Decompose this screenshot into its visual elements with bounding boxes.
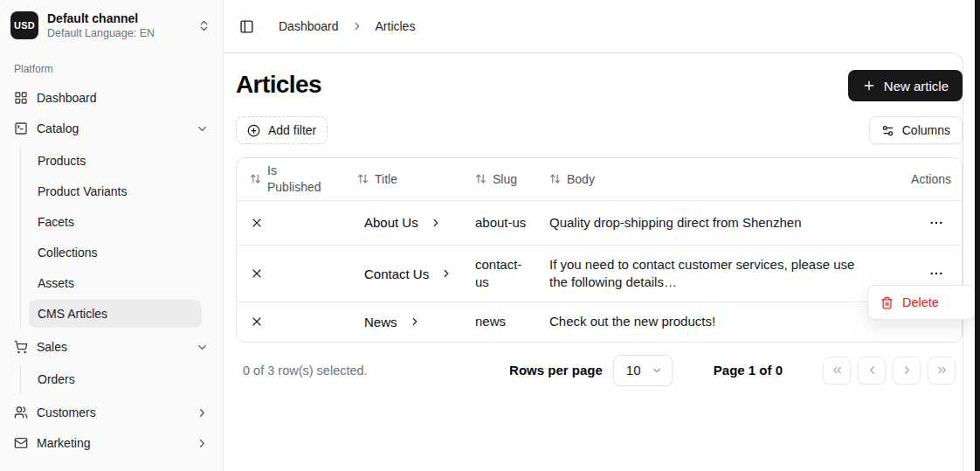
column-header-title[interactable]: Title [350,158,468,200]
sidebar-item-marketing[interactable]: Marketing [7,429,216,457]
breadcrumb: Dashboard Articles [279,19,415,33]
circle-plus-icon [247,124,260,137]
channel-language: Default Language: EN [47,26,189,40]
page-title: Articles [236,70,321,100]
sort-icon [475,173,487,184]
page-info: Page 1 of 0 [714,363,783,377]
row-actions-button[interactable] [923,211,949,234]
sidebar-item-label: Customers [37,405,187,419]
table-row: News news Check out the new products! [237,302,962,342]
sidebar-item-product-variants[interactable]: Product Variants [29,177,202,205]
previous-page-button[interactable] [858,357,886,384]
shopping-cart-icon [14,340,28,354]
dashboard-grid-icon [14,91,28,105]
add-filter-label: Add filter [268,123,316,137]
chevron-right-icon [196,437,209,450]
mail-icon [14,436,28,450]
sidebar-item-label: Marketing [37,436,187,450]
column-header-label: Body [567,172,595,186]
column-header-label: Is Published [267,163,323,196]
column-settings-icon [881,124,894,137]
table-toolbar: Add filter Columns [236,116,963,144]
sort-icon [549,173,561,184]
sidebar-item-label: Dashboard [37,91,209,105]
sidebar-toggle-icon[interactable] [239,19,254,34]
sidebar-item-cms-articles[interactable]: CMS Articles [29,300,202,328]
chevron-right-icon [351,20,363,32]
article-title-link[interactable]: About Us [357,215,461,230]
sidebar-item-label: Assets [38,276,74,290]
content-card: Articles New article Add filter [224,52,963,471]
sidebar-item-products[interactable]: Products [29,147,202,175]
channel-switcher[interactable]: USD Default channel Default Language: EN [7,7,216,44]
first-page-button[interactable] [823,357,851,384]
chevrons-up-down-icon [197,19,210,32]
next-page-button[interactable] [893,357,921,384]
article-title-link[interactable]: News [357,315,461,329]
delete-menu-item[interactable]: Delete [872,289,971,315]
sidebar-item-label: Catalog [37,121,187,135]
sidebar-item-orders[interactable]: Orders [29,365,202,393]
breadcrumb-dashboard[interactable]: Dashboard [279,19,339,33]
sidebar-nav: Dashboard Catalog Products Product Varia… [7,84,216,457]
sidebar-section-label: Platform [7,63,216,75]
not-published-icon [250,216,343,230]
last-page-button[interactable] [928,357,956,384]
sidebar-item-collections[interactable]: Collections [29,239,202,267]
chevron-right-icon [409,315,421,328]
sort-icon [357,173,369,184]
sidebar-item-label: Products [38,154,86,168]
screen-edge-strip [975,0,980,471]
sales-subnav: Orders [20,365,202,393]
column-header-is-published[interactable]: Is Published [237,158,350,200]
article-title: Contact Us [364,267,429,281]
column-header-slug[interactable]: Slug [468,158,542,200]
sidebar-item-label: CMS Articles [38,307,107,321]
sidebar-item-label: Orders [38,372,75,386]
sidebar-item-label: Product Variants [38,184,127,198]
sidebar-item-label: Facets [38,215,74,229]
channel-badge: USD [10,11,38,39]
columns-button[interactable]: Columns [869,116,963,144]
sidebar-item-label: Sales [37,340,187,354]
column-header-body[interactable]: Body [542,158,883,200]
plus-icon [862,79,876,93]
article-title-link[interactable]: Contact Us [357,267,461,281]
users-icon [14,405,28,419]
sidebar: USD Default channel Default Language: EN… [0,0,224,471]
chevron-right-icon [440,267,452,280]
table-footer: 0 of 3 row(s) selected. Rows per page 10… [236,354,963,387]
article-body: Check out the new products! [549,313,715,330]
article-slug: news [475,313,506,330]
sidebar-item-assets[interactable]: Assets [29,269,202,297]
sidebar-item-sales[interactable]: Sales [7,333,216,361]
article-body: Quality drop-shipping direct from Shenzh… [549,214,802,232]
sidebar-item-label: Collections [38,246,97,260]
column-header-label: Title [375,172,397,186]
sidebar-item-facets[interactable]: Facets [29,208,202,236]
chevron-down-icon [651,364,663,377]
app-window: USD Default channel Default Language: EN… [0,0,980,471]
article-title: News [364,315,397,329]
chevron-right-icon [196,406,209,419]
sidebar-item-dashboard[interactable]: Dashboard [7,84,216,112]
main-area: Dashboard Articles Articles New article [224,0,980,471]
columns-label: Columns [902,123,950,137]
column-header-label: Actions [911,172,951,186]
row-context-menu: Delete [867,285,976,320]
column-header-label: Slug [493,172,517,186]
add-filter-button[interactable]: Add filter [236,116,328,144]
chevron-down-icon [196,122,209,135]
sidebar-item-catalog[interactable]: Catalog [7,114,216,142]
new-article-label: New article [884,79,949,94]
channel-name: Default channel [47,10,189,26]
column-header-actions: Actions [883,158,962,200]
rows-per-page-select[interactable]: 10 [613,355,673,386]
not-published-icon [250,315,343,329]
new-article-button[interactable]: New article [848,70,963,101]
not-published-icon [250,267,343,281]
sidebar-item-customers[interactable]: Customers [7,398,216,426]
article-body: If you need to contact customer services… [549,256,876,292]
row-actions-button[interactable] [923,262,949,285]
table-row: About Us about-us Quality drop-shipping … [237,200,962,245]
